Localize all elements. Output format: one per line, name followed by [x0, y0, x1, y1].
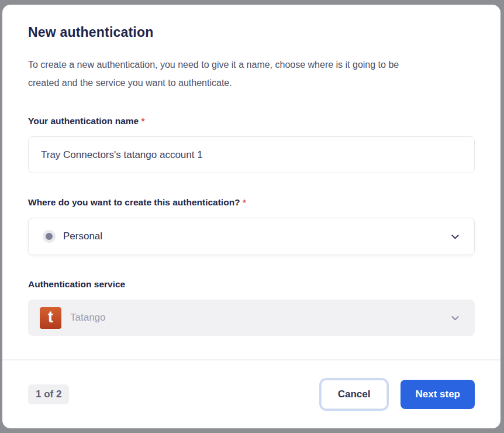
- step-indicator-badge: 1 of 2: [28, 384, 69, 404]
- chevron-down-icon: [450, 313, 460, 323]
- tatango-logo-icon: t: [40, 307, 61, 329]
- next-step-button[interactable]: Next step: [401, 380, 475, 409]
- workspace-select[interactable]: Personal: [28, 218, 475, 255]
- footer-buttons: Cancel Next step: [321, 380, 475, 409]
- workspace-selected-value: Personal: [63, 231, 102, 242]
- personal-scope-icon: [43, 230, 56, 243]
- workspace-label-text: Where do you want to create this authent…: [28, 197, 240, 207]
- service-label-text: Authentication service: [28, 279, 125, 289]
- new-authentication-dialog: New authentication To create a new authe…: [2, 5, 500, 428]
- required-asterisk: *: [243, 197, 246, 207]
- cancel-button[interactable]: Cancel: [321, 380, 388, 409]
- chevron-down-icon: [450, 232, 460, 242]
- authentication-name-label-text: Your authentication name: [28, 116, 139, 126]
- workspace-label: Where do you want to create this authent…: [28, 197, 475, 208]
- dialog-title: New authentication: [28, 25, 475, 40]
- dialog-footer: 1 of 2 Cancel Next step: [2, 360, 500, 428]
- dialog-description: To create a new authentication, you need…: [28, 56, 411, 92]
- dialog-body: New authentication To create a new authe…: [2, 5, 500, 359]
- service-label: Authentication service: [28, 279, 475, 290]
- authentication-name-label: Your authentication name *: [28, 115, 475, 127]
- service-select: t Tatango: [28, 300, 475, 336]
- required-asterisk: *: [141, 116, 145, 126]
- service-selected-value: Tatango: [70, 312, 106, 324]
- authentication-name-input[interactable]: [28, 136, 475, 173]
